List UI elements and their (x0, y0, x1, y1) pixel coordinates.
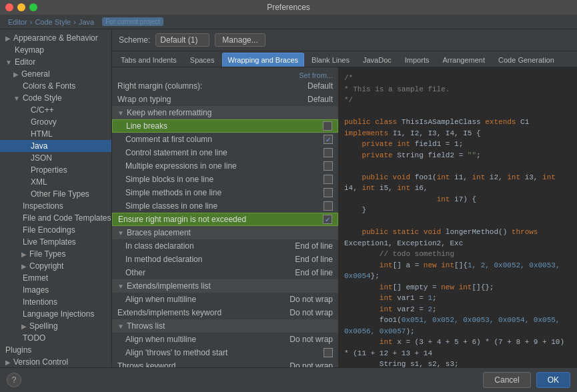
arrow-icon: ▶ (21, 263, 27, 270)
braces-placement-header: ▼ Braces placement (112, 226, 338, 239)
comment-checkbox[interactable] (324, 135, 333, 144)
sidebar-item-properties[interactable]: Properties (0, 164, 111, 176)
tab-javadoc[interactable]: JavaDoc (357, 53, 398, 67)
line-breaks-checkbox[interactable] (323, 121, 332, 131)
tab-spaces[interactable]: Spaces (184, 53, 221, 67)
simple-classes-checkbox[interactable] (324, 201, 333, 211)
sidebar-item-file-types[interactable]: ▶ File Types (0, 248, 111, 260)
extends-keyword-label: Extends/implements keyword (117, 308, 279, 317)
sidebar-item-appearance[interactable]: ▶ Appearance & Behavior (0, 32, 111, 44)
multiple-expressions-checkbox[interactable] (324, 161, 333, 171)
code-line: public void foo1(int i1, int i2, int i3,… (344, 172, 572, 194)
window-controls[interactable] (5, 3, 37, 11)
code-line (344, 216, 572, 227)
sidebar-item-label: File Types (29, 249, 65, 259)
help-button[interactable]: ? (7, 373, 21, 387)
code-line: int[] a = new int[]{1, 2, 0x0052, 0x0053… (344, 260, 572, 282)
sidebar-item-live-templates[interactable]: Live Templates (0, 236, 111, 248)
sidebar-item-file-code-templates[interactable]: File and Code Templates (0, 212, 111, 224)
set-from-link[interactable]: Set from... (112, 70, 338, 79)
sidebar-item-label: Appearance & Behavior (13, 33, 98, 43)
sidebar-item-label: Copyright (29, 261, 63, 271)
in-class-declaration-row: In class declaration End of line (112, 239, 338, 253)
simple-methods-checkbox[interactable] (324, 188, 333, 197)
sidebar-item-editor[interactable]: ▼ Editor (0, 56, 111, 68)
sidebar-item-other-file-types[interactable]: Other File Types (0, 188, 111, 200)
simple-blocks-checkbox[interactable] (324, 175, 333, 184)
close-button[interactable] (5, 3, 13, 11)
scheme-select[interactable]: Default (1) (155, 33, 209, 47)
sidebar-item-label: Plugins (5, 345, 31, 355)
code-line: int[] empty = new int[]{}; (344, 282, 572, 293)
sidebar-item-java[interactable]: Java (0, 140, 111, 152)
simple-classes-label: Simple classes in one line (117, 201, 324, 211)
throws-list-label: Throws list (127, 321, 165, 331)
code-line: } (344, 205, 572, 216)
breadcrumb-code-style[interactable]: Code Style (35, 18, 71, 26)
right-margin-value: Default (279, 81, 333, 91)
sidebar-item-intentions[interactable]: Intentions (0, 296, 111, 308)
sidebar-item-code-style[interactable]: ▼ Code Style (0, 92, 111, 104)
sidebar-item-keymap[interactable]: Keymap (0, 44, 111, 56)
sidebar-item-emmet[interactable]: Emmet (0, 272, 111, 284)
cancel-button[interactable]: Cancel (483, 372, 530, 388)
tab-arrangement[interactable]: Arrangement (436, 53, 491, 67)
sidebar-item-xml[interactable]: XML (0, 176, 111, 188)
sidebar-item-label: XML (5, 177, 47, 187)
sidebar-item-label: File Encodings (5, 225, 75, 235)
ensure-right-margin-checkbox[interactable] (323, 215, 332, 224)
code-line: public static void longerMethod() throws… (344, 227, 572, 249)
sidebar-item-general[interactable]: ▶ General (0, 68, 111, 80)
sidebar-item-label: Editor (15, 57, 35, 67)
control-statement-checkbox[interactable] (324, 148, 333, 157)
breadcrumb-java[interactable]: Java (79, 18, 94, 26)
maximize-button[interactable] (29, 3, 37, 11)
tab-imports[interactable]: Imports (399, 53, 436, 67)
code-line: private String field2 = ""; (344, 150, 572, 161)
right-margin-label: Right margin (columns): (117, 81, 279, 91)
arrow-icon: ▶ (21, 323, 27, 330)
sidebar-item-label: Live Templates (5, 237, 76, 247)
throws-align-label: Align when multiline (117, 335, 279, 344)
sidebar-item-version-control[interactable]: ▶ Version Control (0, 356, 111, 367)
tab-wrapping-braces[interactable]: Wrapping and Braces (222, 53, 305, 67)
minimize-button[interactable] (17, 3, 25, 11)
line-breaks-row: Line breaks (112, 119, 338, 133)
tab-blank-lines[interactable]: Blank Lines (306, 53, 356, 67)
sidebar-item-html[interactable]: HTML (0, 128, 111, 140)
right-margin-row: Right margin (columns): Default (112, 79, 338, 93)
sidebar-item-groovy[interactable]: Groovy (0, 116, 111, 128)
sidebar-item-plugins[interactable]: Plugins (0, 344, 111, 356)
manage-button[interactable]: Manage... (215, 33, 265, 47)
sidebar-item-colors-fonts[interactable]: Colors & Fonts (0, 80, 111, 92)
sidebar-item-todo[interactable]: TODO (0, 332, 111, 344)
sidebar-item-images[interactable]: Images (0, 284, 111, 296)
throws-to-method-checkbox[interactable] (324, 348, 333, 357)
sidebar-item-cpp[interactable]: C/C++ (0, 104, 111, 116)
in-class-label: In class declaration (117, 241, 279, 251)
breadcrumb-editor[interactable]: Editor (8, 18, 27, 26)
ok-button[interactable]: OK (536, 372, 570, 388)
sidebar-item-spelling[interactable]: ▶ Spelling (0, 320, 111, 332)
sidebar-item-inspections[interactable]: Inspections (0, 200, 111, 212)
sidebar-item-label: Emmet (5, 273, 48, 283)
simple-methods-label: Simple methods in one line (117, 188, 324, 197)
sidebar-item-file-encodings[interactable]: File Encodings (0, 224, 111, 236)
scheme-label: Scheme: (119, 35, 150, 45)
tab-tabs-indents[interactable]: Tabs and Indents (115, 53, 183, 67)
sidebar-item-language-injections[interactable]: Language Injections (0, 308, 111, 320)
tab-code-generation[interactable]: Code Generation (492, 53, 560, 67)
wrap-on-typing-value: Default (279, 95, 333, 104)
sidebar-item-label: Code Style (23, 93, 62, 103)
arrow-icon: ▶ (13, 71, 19, 78)
ensure-right-margin-row: Ensure right margin is not exceeded (112, 213, 338, 226)
breadcrumb-sep2: › (73, 18, 76, 26)
throws-to-method-row: Align 'throws' to method start (112, 346, 338, 359)
sidebar-item-json[interactable]: JSON (0, 152, 111, 164)
sidebar-item-label: JSON (5, 153, 52, 163)
multiple-expressions-label: Multiple expressions in one line (117, 161, 324, 171)
control-statement-label: Control statement in one line (117, 148, 324, 157)
sidebar-item-label: TODO (5, 333, 45, 343)
braces-placement-label: Braces placement (127, 228, 191, 237)
sidebar-item-copyright[interactable]: ▶ Copyright (0, 260, 111, 272)
